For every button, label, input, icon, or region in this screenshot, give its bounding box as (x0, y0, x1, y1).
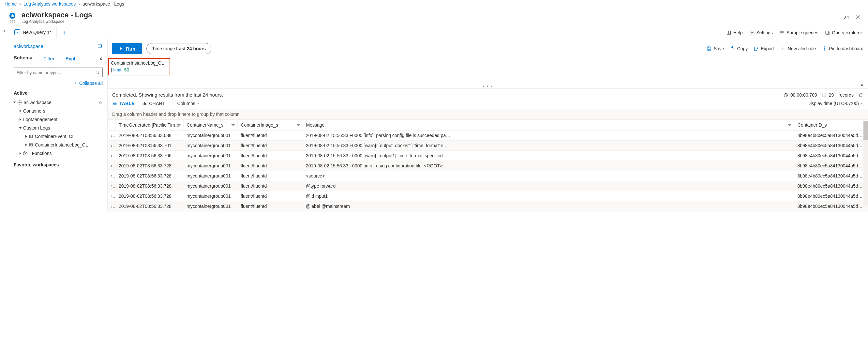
caret-icon (19, 127, 22, 129)
favorite-star-icon[interactable]: ☆ (98, 100, 103, 105)
expand-row-icon[interactable]: › (107, 181, 116, 191)
query-action-bar: Run Time range: Last 24 hours Save Copy … (107, 39, 868, 58)
page-title: aciworkspace - Logs (22, 11, 92, 19)
filter-icon[interactable]: ⏷ (231, 122, 236, 127)
run-button[interactable]: Run (112, 43, 142, 54)
col-timegenerated[interactable]: TimeGenerated [Pacific Time …⏷ (116, 120, 183, 130)
resize-handle-icon[interactable]: • • • (483, 84, 492, 89)
breadcrumb-workspaces[interactable]: Log Analytics workspaces (24, 1, 76, 6)
tree-node-containers[interactable]: Containers (14, 107, 103, 115)
col-containername[interactable]: ContainerName_s⏷ (183, 120, 237, 130)
col-message[interactable]: Message⏷ (303, 120, 794, 130)
new-alert-button[interactable]: ＋New alert rule (780, 46, 816, 51)
add-query-tab[interactable]: ＋ (57, 29, 72, 36)
display-time-selector[interactable]: Display time (UTC-07:00) (807, 101, 863, 106)
tree-node-logmanagement[interactable]: LogManagement (14, 115, 103, 124)
settings-link[interactable]: Settings (749, 30, 773, 35)
filter-icon[interactable]: ⏷ (296, 122, 301, 127)
cell-message: <source> (303, 171, 794, 181)
scroll-to-top-icon[interactable] (860, 82, 865, 87)
vertical-scrollbar[interactable] (863, 121, 868, 206)
tree-node-containerinstancelog[interactable]: ContainerInstanceLog_CL (14, 141, 103, 149)
svg-rect-13 (30, 135, 33, 138)
breadcrumb: Home › Log Analytics workspaces › aciwor… (0, 0, 868, 8)
svg-rect-14 (30, 144, 33, 146)
table-row[interactable]: › 2019-08-02T08:56:33.728 mycontainergro… (107, 201, 868, 211)
schema-tab-filter[interactable]: Filter (44, 56, 55, 61)
tree-node-containerevent[interactable]: ContainerEvent_CL (14, 132, 103, 141)
breadcrumb-current: aciworkspace - Logs (83, 1, 124, 6)
results-view-switch: TABLE CHART Columns Display time (UTC-07… (107, 99, 868, 109)
cell-containerimage: fluent/fluentd (237, 151, 303, 161)
close-icon[interactable] (855, 14, 861, 20)
cell-message: 2019-08-02 15:56:33 +0000 [info]: using … (303, 161, 794, 171)
expand-row-icon[interactable]: › (107, 161, 116, 171)
svg-rect-12 (20, 102, 21, 103)
cell-containerid: 8b98e4b80ec5a84130044a5debb5e615 (794, 171, 868, 181)
table-view-tab[interactable]: TABLE (112, 101, 135, 106)
collapse-schema-panel-icon[interactable] (98, 56, 103, 61)
expand-row-icon[interactable]: › (107, 171, 116, 181)
breadcrumb-home[interactable]: Home (5, 1, 17, 6)
table-row[interactable]: › 2019-08-02T08:56:33.701 mycontainergro… (107, 141, 868, 151)
collapse-all-link[interactable]: Collapse all (73, 81, 103, 86)
scrollbar-thumb[interactable] (863, 121, 868, 140)
table-row[interactable]: › 2019-08-02T08:56:33.728 mycontainergro… (107, 191, 868, 201)
svg-rect-1 (11, 15, 12, 17)
cell-containerimage: fluent/fluentd (237, 141, 303, 151)
workspace-node-icon (17, 100, 22, 105)
schema-filter-input[interactable] (17, 70, 95, 75)
query-editor[interactable]: ContainerInstanceLog_CL | limit 50 (108, 58, 170, 76)
col-containerimage[interactable]: ContainerImage_s⏷ (237, 120, 303, 130)
pin-icon[interactable] (843, 14, 849, 20)
scope-selector[interactable]: aciworkspace (14, 43, 43, 49)
expand-row-icon[interactable]: › (107, 191, 116, 201)
table-row[interactable]: › 2019-08-02T08:56:33.728 mycontainergro… (107, 171, 868, 181)
expand-row-icon[interactable]: › (107, 201, 116, 211)
table-row[interactable]: › 2019-08-02T08:56:33.728 mycontainergro… (107, 161, 868, 171)
expand-row-icon[interactable]: › (107, 151, 116, 161)
schema-tab-explorer[interactable]: Expl… (66, 56, 80, 61)
columns-selector[interactable]: Columns (173, 101, 200, 106)
delete-results-icon[interactable] (858, 92, 863, 97)
copy-button[interactable]: Copy (730, 46, 748, 51)
cell-message: @id input1 (303, 191, 794, 201)
filter-icon[interactable]: ⏷ (177, 122, 181, 127)
cell-time: 2019-08-02T08:56:33.728 (116, 181, 183, 191)
expand-row-icon[interactable]: › (107, 141, 116, 151)
schema-tab-schema[interactable]: Schema (14, 55, 33, 62)
col-containerid[interactable]: ContainerID_s (794, 120, 868, 130)
group-drop-hint[interactable]: Drag a column header and drop it here to… (107, 109, 868, 120)
table-icon (29, 143, 33, 147)
schema-filter-box[interactable] (14, 67, 103, 77)
table-row[interactable]: › 2019-08-02T08:56:33.706 mycontainergro… (107, 151, 868, 161)
left-rail (0, 26, 9, 211)
tree-node-customlogs[interactable]: Custom Logs (14, 124, 103, 132)
table-row[interactable]: › 2019-08-02T08:56:33.688 mycontainergro… (107, 130, 868, 141)
cell-containername: mycontainergroup001 (183, 130, 237, 141)
query-tab-1[interactable]: New Query 1* (9, 26, 57, 39)
scope-settings-icon[interactable] (97, 43, 103, 49)
sample-queries-link[interactable]: Sample queries (779, 30, 818, 35)
cell-containerimage: fluent/fluentd (237, 161, 303, 171)
chart-view-tab[interactable]: CHART (142, 101, 165, 106)
help-link[interactable]: Help (726, 30, 743, 35)
expand-row-icon[interactable]: › (107, 130, 116, 141)
cell-containerimage: fluent/fluentd (237, 130, 303, 141)
expand-rail-icon[interactable] (3, 29, 6, 211)
export-button[interactable]: Export (753, 46, 774, 51)
svg-rect-6 (825, 31, 828, 34)
filter-icon[interactable]: ⏷ (787, 122, 792, 127)
tree-root-workspace[interactable]: aciworkspace ☆ (14, 98, 103, 107)
save-button[interactable]: Save (707, 46, 724, 51)
query-explorer-link[interactable]: Query explorer (825, 30, 862, 35)
pin-dashboard-button[interactable]: Pin to dashboard (822, 46, 863, 51)
tree-node-functions[interactable]: fx Functions (14, 149, 103, 157)
table-icon (29, 135, 33, 138)
caret-icon (20, 110, 21, 112)
cell-time: 2019-08-02T08:56:33.728 (116, 171, 183, 181)
cell-message: @label @mainstream (303, 201, 794, 211)
table-row[interactable]: › 2019-08-02T08:56:33.728 mycontainergro… (107, 181, 868, 191)
time-range-selector[interactable]: Time range: Last 24 hours (146, 43, 211, 54)
query-tab-icon (14, 29, 20, 35)
